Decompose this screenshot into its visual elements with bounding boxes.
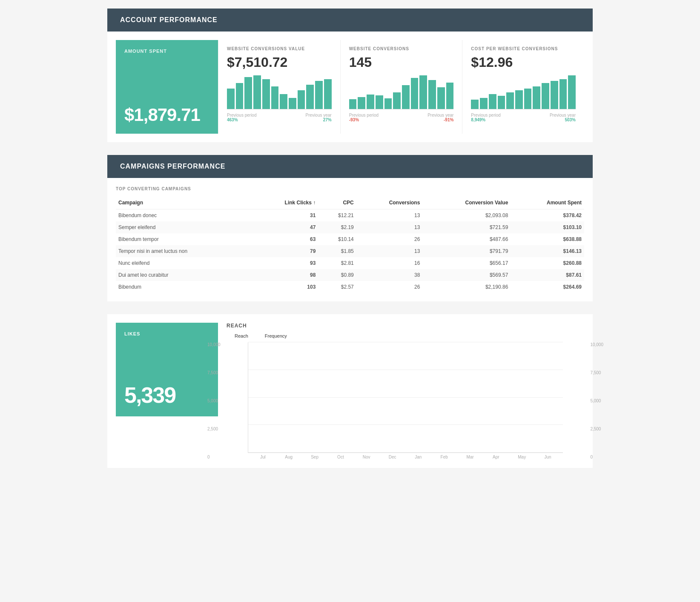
campaigns-table: Campaign Link Clicks ↑ CPC Conversions C… xyxy=(116,196,584,293)
col-campaign: Campaign xyxy=(116,196,252,209)
x-label: Jan xyxy=(407,455,430,459)
cell-link-clicks: 31 xyxy=(252,209,318,222)
cpwc-label: COST PER WEBSITE CONVERSIONS xyxy=(471,46,576,51)
table-row: Tempor nisi in amet luctus non 79 $1.85 … xyxy=(116,245,584,257)
y-label-right: 7,500 xyxy=(590,370,603,375)
reach-legend: Reach Frequency xyxy=(227,333,584,339)
wcv-label: WEBSITE CONVERSIONS VALUE xyxy=(227,46,332,51)
reach-bars xyxy=(248,342,563,453)
likes-label: LIKES xyxy=(124,331,209,336)
table-row: Nunc eleifend 93 $2.81 16 $656.17 $260.8… xyxy=(116,257,584,269)
cell-link-clicks: 93 xyxy=(252,257,318,269)
cpwc-prev-period: Previous period 8,949% xyxy=(471,113,500,122)
y-label: 0 xyxy=(207,455,221,459)
campaigns-performance-header: CAMPAIGNS PERFORMANCE xyxy=(107,155,593,178)
cell-amount-spent: $378.42 xyxy=(511,209,584,222)
account-performance-title: ACCOUNT PERFORMANCE xyxy=(120,16,218,23)
cell-cpc: $2.57 xyxy=(318,281,356,293)
campaigns-performance-title: CAMPAIGNS PERFORMANCE xyxy=(120,163,225,170)
website-conversions-card: WEBSITE CONVERSIONS 145 Previous period … xyxy=(340,40,462,134)
col-cpc: CPC xyxy=(318,196,356,209)
cell-conversion-value: $2,093.08 xyxy=(422,209,511,222)
x-label: Sep xyxy=(303,455,327,459)
reach-chart xyxy=(248,342,563,453)
cell-conversions: 13 xyxy=(356,245,423,257)
table-row: Bibendum 103 $2.57 26 $2,190.86 $264.69 xyxy=(116,281,584,293)
wc-prev-period-value: -93% xyxy=(349,118,359,122)
col-amount-spent: Amount Spent xyxy=(511,196,584,209)
cpwc-value: $12.96 xyxy=(471,54,576,70)
cell-cpc: $10.14 xyxy=(318,233,356,245)
cell-link-clicks: 47 xyxy=(252,221,318,233)
y-label-right: 0 xyxy=(590,455,603,459)
cell-amount-spent: $146.13 xyxy=(511,245,584,257)
wcv-prev-period-value: 463% xyxy=(227,118,238,122)
x-label: Oct xyxy=(329,455,352,459)
cell-amount-spent: $264.69 xyxy=(511,281,584,293)
x-label: Feb xyxy=(433,455,456,459)
y-labels-left: 10,0007,5005,0002,5000 xyxy=(207,342,221,459)
y-label: 5,000 xyxy=(207,398,221,403)
wcv-value: $7,510.72 xyxy=(227,54,332,70)
x-label: Nov xyxy=(355,455,378,459)
cell-campaign: Semper eleifend xyxy=(116,221,252,233)
x-label: Mar xyxy=(459,455,482,459)
legend-freq-label: Frequency xyxy=(265,333,287,338)
wcv-chart xyxy=(227,75,332,109)
legend-frequency: Frequency xyxy=(257,333,287,339)
table-row: Bibendum donec 31 $12.21 13 $2,093.08 $3… xyxy=(116,209,584,222)
campaigns-tbody: Bibendum donec 31 $12.21 13 $2,093.08 $3… xyxy=(116,209,584,293)
cpwc-prev-year: Previous year 503% xyxy=(550,113,576,122)
wc-chart xyxy=(349,75,454,109)
reach-chart-wrapper: 10,0007,5005,0002,5000 JulAugSepOctNovDe… xyxy=(227,342,584,459)
cell-cpc: $1.85 xyxy=(318,245,356,257)
amount-spent-card: AMOUNT SPENT $1,879.71 xyxy=(116,40,218,134)
y-label: 7,500 xyxy=(207,370,221,375)
col-conversions: Conversions xyxy=(356,196,423,209)
x-label: May xyxy=(510,455,534,459)
cell-link-clicks: 79 xyxy=(252,245,318,257)
cell-conversion-value: $656.17 xyxy=(422,257,511,269)
cell-conversion-value: $569.57 xyxy=(422,269,511,281)
x-label: Jun xyxy=(536,455,559,459)
cell-amount-spent: $638.88 xyxy=(511,233,584,245)
cell-campaign: Tempor nisi in amet luctus non xyxy=(116,245,252,257)
cpwc-footer: Previous period 8,949% Previous year 503… xyxy=(471,113,576,122)
cell-conversion-value: $791.79 xyxy=(422,245,511,257)
account-performance-section: AMOUNT SPENT $1,879.71 WEBSITE CONVERSIO… xyxy=(107,32,593,142)
account-performance-header: ACCOUNT PERFORMANCE xyxy=(107,9,593,32)
campaigns-section: TOP CONVERTING CAMPAIGNS Campaign Link C… xyxy=(107,178,593,301)
cell-cpc: $2.81 xyxy=(318,257,356,269)
y-label-right: 5,000 xyxy=(590,398,603,403)
cell-conversions: 26 xyxy=(356,233,423,245)
y-label-right: 2,500 xyxy=(590,427,603,431)
cell-cpc: $12.21 xyxy=(318,209,356,222)
y-labels-right: 10,0007,5005,0002,5000 xyxy=(590,342,603,459)
cell-campaign: Nunc eleifend xyxy=(116,257,252,269)
table-row: Dui amet leo curabitur 98 $0.89 38 $569.… xyxy=(116,269,584,281)
likes-card: LIKES 5,339 xyxy=(116,323,218,416)
legend-reach-label: Reach xyxy=(235,333,248,338)
cell-campaign: Bibendum donec xyxy=(116,209,252,222)
cell-amount-spent: $260.88 xyxy=(511,257,584,269)
wc-footer: Previous period -93% Previous year -91% xyxy=(349,113,454,122)
table-row: Bibendum tempor 63 $10.14 26 $487.66 $63… xyxy=(116,233,584,245)
wc-prev-period: Previous period -93% xyxy=(349,113,379,122)
cpwc-prev-period-value: 8,949% xyxy=(471,118,485,122)
col-link-clicks: Link Clicks ↑ xyxy=(252,196,318,209)
cell-campaign: Bibendum xyxy=(116,281,252,293)
metrics-row: AMOUNT SPENT $1,879.71 WEBSITE CONVERSIO… xyxy=(116,40,584,134)
freq-dot xyxy=(257,333,263,339)
cell-conversions: 13 xyxy=(356,209,423,222)
cell-conversions: 38 xyxy=(356,269,423,281)
likes-value: 5,339 xyxy=(124,370,209,408)
cell-amount-spent: $87.61 xyxy=(511,269,584,281)
x-label: Dec xyxy=(381,455,404,459)
table-row: Semper eleifend 47 $2.19 13 $721.59 $103… xyxy=(116,221,584,233)
cell-link-clicks: 98 xyxy=(252,269,318,281)
y-label-right: 10,000 xyxy=(590,342,603,347)
cell-conversion-value: $721.59 xyxy=(422,221,511,233)
cell-conversions: 16 xyxy=(356,257,423,269)
wc-prev-year-value: -91% xyxy=(444,118,453,122)
cpwc-prev-year-value: 503% xyxy=(565,118,576,122)
